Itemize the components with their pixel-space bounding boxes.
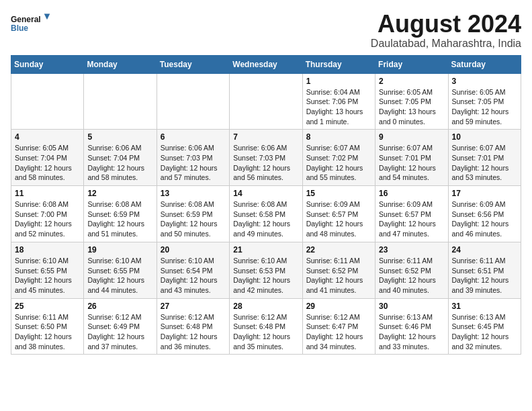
calendar-cell: 11Sunrise: 6:08 AM Sunset: 7:00 PM Dayli…: [11, 186, 84, 242]
calendar-cell: 16Sunrise: 6:09 AM Sunset: 6:57 PM Dayli…: [375, 186, 448, 242]
cell-day-number: 4: [15, 132, 80, 142]
calendar-cell: 25Sunrise: 6:11 AM Sunset: 6:50 PM Dayli…: [11, 298, 84, 355]
calendar-cell: [230, 73, 302, 130]
cell-day-number: 18: [15, 245, 80, 255]
calendar-cell: 2Sunrise: 6:05 AM Sunset: 7:05 PM Daylig…: [375, 73, 448, 130]
calendar-cell: 31Sunrise: 6:13 AM Sunset: 6:45 PM Dayli…: [448, 298, 521, 355]
cell-day-number: 27: [161, 302, 226, 311]
title-block: August 2024 Daulatabad, Maharashtra, Ind…: [371, 11, 521, 50]
cell-info-text: Sunrise: 6:07 AM Sunset: 7:01 PM Dayligh…: [452, 143, 517, 183]
calendar-cell: 5Sunrise: 6:06 AM Sunset: 7:04 PM Daylig…: [84, 130, 157, 186]
cell-info-text: Sunrise: 6:12 AM Sunset: 6:48 PM Dayligh…: [233, 312, 298, 352]
page-header: General Blue August 2024 Daulatabad, Mah…: [11, 11, 521, 50]
calendar-cell: 10Sunrise: 6:07 AM Sunset: 7:01 PM Dayli…: [448, 130, 521, 186]
page-title: August 2024: [371, 11, 521, 38]
cell-day-number: 9: [379, 132, 444, 142]
cell-day-number: 17: [452, 189, 517, 198]
calendar-cell: 4Sunrise: 6:05 AM Sunset: 7:04 PM Daylig…: [11, 130, 84, 186]
calendar-cell: 26Sunrise: 6:12 AM Sunset: 6:49 PM Dayli…: [84, 298, 157, 355]
cell-info-text: Sunrise: 6:09 AM Sunset: 6:56 PM Dayligh…: [452, 199, 517, 239]
cell-info-text: Sunrise: 6:10 AM Sunset: 6:54 PM Dayligh…: [161, 256, 226, 295]
cell-info-text: Sunrise: 6:11 AM Sunset: 6:50 PM Dayligh…: [15, 312, 80, 352]
cell-day-number: 1: [306, 77, 371, 86]
cell-day-number: 31: [452, 302, 517, 311]
calendar-header-row: SundayMondayTuesdayWednesdayThursdayFrid…: [11, 55, 521, 73]
calendar-day-header: Sunday: [11, 55, 84, 73]
cell-day-number: 6: [161, 132, 226, 142]
cell-info-text: Sunrise: 6:07 AM Sunset: 7:02 PM Dayligh…: [306, 143, 371, 183]
calendar-cell: 24Sunrise: 6:11 AM Sunset: 6:51 PM Dayli…: [448, 242, 521, 298]
cell-day-number: 29: [306, 302, 371, 311]
calendar-cell: 21Sunrise: 6:10 AM Sunset: 6:53 PM Dayli…: [230, 242, 302, 298]
cell-info-text: Sunrise: 6:06 AM Sunset: 7:04 PM Dayligh…: [87, 143, 152, 183]
cell-info-text: Sunrise: 6:05 AM Sunset: 7:04 PM Dayligh…: [15, 143, 80, 183]
calendar-day-header: Friday: [375, 55, 448, 73]
cell-day-number: 13: [161, 189, 226, 198]
cell-day-number: 5: [87, 132, 152, 142]
svg-text:General: General: [11, 15, 41, 24]
calendar-cell: 30Sunrise: 6:13 AM Sunset: 6:46 PM Dayli…: [375, 298, 448, 355]
calendar-cell: 29Sunrise: 6:12 AM Sunset: 6:47 PM Dayli…: [302, 298, 375, 355]
cell-day-number: 2: [379, 77, 444, 86]
cell-day-number: 26: [87, 302, 152, 311]
calendar-cell: 7Sunrise: 6:06 AM Sunset: 7:03 PM Daylig…: [230, 130, 302, 186]
cell-info-text: Sunrise: 6:13 AM Sunset: 6:45 PM Dayligh…: [452, 312, 517, 352]
cell-info-text: Sunrise: 6:09 AM Sunset: 6:57 PM Dayligh…: [306, 199, 371, 239]
calendar-cell: [157, 73, 229, 130]
page-subtitle: Daulatabad, Maharashtra, India: [371, 38, 521, 50]
calendar-cell: 13Sunrise: 6:08 AM Sunset: 6:59 PM Dayli…: [157, 186, 229, 242]
cell-day-number: 28: [233, 302, 298, 311]
cell-day-number: 24: [452, 245, 517, 255]
calendar-cell: 1Sunrise: 6:04 AM Sunset: 7:06 PM Daylig…: [302, 73, 375, 130]
cell-info-text: Sunrise: 6:12 AM Sunset: 6:47 PM Dayligh…: [306, 312, 371, 352]
cell-day-number: 3: [452, 77, 517, 86]
calendar-cell: 27Sunrise: 6:12 AM Sunset: 6:48 PM Dayli…: [157, 298, 229, 355]
calendar-day-header: Saturday: [448, 55, 521, 73]
cell-info-text: Sunrise: 6:12 AM Sunset: 6:48 PM Dayligh…: [161, 312, 226, 352]
cell-info-text: Sunrise: 6:12 AM Sunset: 6:49 PM Dayligh…: [87, 312, 152, 352]
calendar-cell: 22Sunrise: 6:11 AM Sunset: 6:52 PM Dayli…: [302, 242, 375, 298]
calendar-week-row: 25Sunrise: 6:11 AM Sunset: 6:50 PM Dayli…: [11, 298, 521, 355]
svg-text:Blue: Blue: [11, 24, 28, 33]
cell-day-number: 22: [306, 245, 371, 255]
cell-day-number: 10: [452, 132, 517, 142]
calendar-cell: 9Sunrise: 6:07 AM Sunset: 7:01 PM Daylig…: [375, 130, 448, 186]
calendar-day-header: Wednesday: [230, 55, 302, 73]
cell-info-text: Sunrise: 6:10 AM Sunset: 6:55 PM Dayligh…: [15, 256, 80, 295]
cell-day-number: 15: [306, 189, 371, 198]
calendar-week-row: 11Sunrise: 6:08 AM Sunset: 7:00 PM Dayli…: [11, 186, 521, 242]
cell-day-number: 12: [87, 189, 152, 198]
cell-info-text: Sunrise: 6:13 AM Sunset: 6:46 PM Dayligh…: [379, 312, 444, 352]
calendar-cell: [84, 73, 157, 130]
cell-info-text: Sunrise: 6:05 AM Sunset: 7:05 PM Dayligh…: [379, 87, 444, 127]
calendar-week-row: 18Sunrise: 6:10 AM Sunset: 6:55 PM Dayli…: [11, 242, 521, 298]
calendar-cell: 8Sunrise: 6:07 AM Sunset: 7:02 PM Daylig…: [302, 130, 375, 186]
cell-day-number: 7: [233, 132, 298, 142]
calendar-cell: 3Sunrise: 6:05 AM Sunset: 7:05 PM Daylig…: [448, 73, 521, 130]
cell-day-number: 30: [379, 302, 444, 311]
cell-info-text: Sunrise: 6:06 AM Sunset: 7:03 PM Dayligh…: [233, 143, 298, 183]
cell-info-text: Sunrise: 6:11 AM Sunset: 6:52 PM Dayligh…: [379, 256, 444, 295]
cell-info-text: Sunrise: 6:08 AM Sunset: 7:00 PM Dayligh…: [15, 199, 80, 239]
cell-day-number: 11: [15, 189, 80, 198]
cell-info-text: Sunrise: 6:08 AM Sunset: 6:58 PM Dayligh…: [233, 199, 298, 239]
calendar-cell: 28Sunrise: 6:12 AM Sunset: 6:48 PM Dayli…: [230, 298, 302, 355]
cell-info-text: Sunrise: 6:05 AM Sunset: 7:05 PM Dayligh…: [452, 87, 517, 127]
cell-info-text: Sunrise: 6:11 AM Sunset: 6:51 PM Dayligh…: [452, 256, 517, 295]
calendar-cell: [11, 73, 84, 130]
cell-info-text: Sunrise: 6:09 AM Sunset: 6:57 PM Dayligh…: [379, 199, 444, 239]
svg-marker-2: [44, 14, 50, 20]
calendar-day-header: Tuesday: [157, 55, 229, 73]
cell-info-text: Sunrise: 6:11 AM Sunset: 6:52 PM Dayligh…: [306, 256, 371, 295]
calendar-cell: 23Sunrise: 6:11 AM Sunset: 6:52 PM Dayli…: [375, 242, 448, 298]
cell-info-text: Sunrise: 6:04 AM Sunset: 7:06 PM Dayligh…: [306, 87, 371, 127]
cell-day-number: 16: [379, 189, 444, 198]
cell-day-number: 25: [15, 302, 80, 311]
calendar-cell: 18Sunrise: 6:10 AM Sunset: 6:55 PM Dayli…: [11, 242, 84, 298]
cell-day-number: 20: [161, 245, 226, 255]
cell-info-text: Sunrise: 6:07 AM Sunset: 7:01 PM Dayligh…: [379, 143, 444, 183]
calendar-cell: 17Sunrise: 6:09 AM Sunset: 6:56 PM Dayli…: [448, 186, 521, 242]
calendar-cell: 15Sunrise: 6:09 AM Sunset: 6:57 PM Dayli…: [302, 186, 375, 242]
calendar-cell: 20Sunrise: 6:10 AM Sunset: 6:54 PM Dayli…: [157, 242, 229, 298]
cell-info-text: Sunrise: 6:10 AM Sunset: 6:53 PM Dayligh…: [233, 256, 298, 295]
